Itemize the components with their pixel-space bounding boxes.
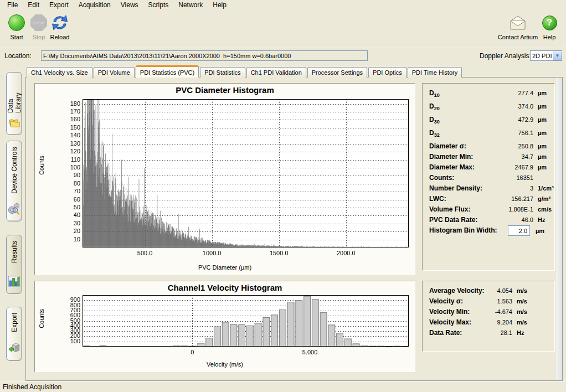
stat-label: D (429, 89, 434, 97)
status-bar: Finished Acquisition (0, 381, 566, 392)
stat-value: 34.7 (483, 153, 533, 160)
export-icon (8, 342, 20, 356)
location-label: Location: (4, 52, 32, 60)
tab-ch1-pdi-validation[interactable]: Ch1 PDI Validation (246, 67, 306, 78)
sidebar-item-export[interactable]: Export (6, 307, 22, 361)
tab-pdi-optics[interactable]: PDI Optics (368, 67, 407, 78)
velocity-histogram-plot (57, 289, 414, 361)
menu-views[interactable]: Views (116, 0, 143, 11)
stat-row: D20374.0µm (429, 102, 548, 116)
stat-value: 374.0 (483, 103, 533, 110)
help-icon: ? (542, 16, 557, 30)
stat-unit: µm (538, 116, 547, 123)
stat-unit: µm (538, 164, 547, 171)
pvc-histogram-plot (57, 97, 414, 263)
stat-row: Diameter Min:34.7µm (429, 153, 548, 163)
stat-label: Volume Flux: (429, 205, 470, 213)
stat-unit: m/s (517, 298, 527, 305)
tab-pdi-time-history[interactable]: PDI Time History (408, 67, 462, 78)
stat-unit: µm (538, 90, 547, 96)
doppler-analysis-label: Doppler Analysis: (480, 52, 531, 60)
stat-unit: Hz (517, 329, 524, 336)
stat-unit: Hz (538, 216, 545, 223)
menu-help[interactable]: Help (208, 0, 231, 11)
stat-row: D32756.1µm (429, 129, 548, 142)
stat-row: Number Density:31/cm³ (429, 184, 548, 195)
histogram-bin-width-input[interactable] (508, 225, 530, 236)
stat-unit: g/m³ (538, 195, 550, 202)
stat-row: Histogram Bin Width:µm (429, 226, 548, 240)
stat-value: 46.0 (483, 216, 533, 223)
status-text: Finished Acquisition (3, 383, 61, 391)
stat-row: Diameter Max:2467.9µm (429, 163, 548, 174)
contact-artium-button[interactable]: Contact Artium (497, 13, 538, 40)
stat-unit: µm (538, 130, 547, 136)
help-button[interactable]: ? Help (538, 13, 560, 40)
stat-value: 2467.9 (483, 164, 533, 171)
stat-unit: cm/s (538, 206, 552, 213)
stat-unit: m/s (517, 319, 527, 326)
stat-value: 1.808E-1 (483, 206, 533, 213)
stat-value: 156.217 (483, 195, 533, 202)
stat-label: D (429, 129, 434, 137)
stat-label-subscript: 10 (434, 92, 440, 98)
menu-scripts[interactable]: Scripts (143, 0, 174, 11)
tab-pdi-statistics-pvc[interactable]: PDI Statistics (PVC) (136, 65, 199, 78)
menu-edit[interactable]: Edit (23, 0, 44, 11)
menu-network[interactable]: Network (173, 0, 208, 11)
chevron-down-icon[interactable]: ▼ (553, 51, 562, 60)
stat-row: Volume Flux:1.808E-1cm/s (429, 205, 548, 216)
stat-label: D (429, 116, 434, 123)
tab-pdi-volume[interactable]: PDI Volume (94, 67, 135, 78)
sidebar-item-results[interactable]: Results (6, 235, 22, 294)
stat-label: Number Density: (429, 184, 482, 192)
stat-row: Velocity Max:9.204m/s (429, 318, 548, 329)
location-row: Location: Doppler Analysis: 2D PDI ▼ (0, 48, 566, 63)
folders-icon (8, 116, 21, 130)
contact-artium-label: Contact Artium (497, 34, 538, 40)
gears-icon (8, 202, 20, 216)
stat-unit: m/s (517, 287, 527, 294)
stat-row: Average Velocity:4.054m/s (429, 287, 548, 297)
stat-row: D10277.4µm (429, 89, 548, 102)
stat-row: Data Rate:28.1Hz (429, 329, 548, 339)
doppler-analysis-value: 2D PDI (531, 53, 553, 59)
menu-file[interactable]: File (2, 0, 23, 11)
menu-export[interactable]: Export (44, 0, 74, 11)
stat-label: Counts: (429, 174, 454, 182)
stat-value: 1.563 (462, 298, 512, 305)
y-axis-label: Counts (38, 309, 45, 328)
tab-processor-settings[interactable]: Processor Settings (307, 67, 367, 78)
stat-label: Diameter σ: (429, 142, 466, 150)
stat-label: D (429, 102, 434, 110)
menu-acquisition[interactable]: Acquisition (74, 0, 116, 11)
x-axis-label: PVC Diameter (µm) (35, 264, 415, 271)
help-button-label: Help (538, 34, 560, 40)
reload-button[interactable]: Reload (47, 13, 73, 40)
doppler-analysis-select[interactable]: 2D PDI ▼ (530, 50, 562, 61)
stat-label-subscript: 20 (434, 106, 440, 111)
start-icon (8, 14, 25, 31)
x-axis-label: Velocity (m/s) (35, 361, 415, 368)
stat-row: Velocity σ:1.563m/s (429, 297, 548, 308)
stat-value: 9.204 (462, 319, 512, 326)
stat-label: Histogram Bin Width: (429, 226, 497, 234)
envelope-icon (508, 14, 528, 31)
stat-row: Diameter σ:250.8µm (429, 142, 548, 153)
stat-label-subscript: 30 (434, 119, 440, 125)
sidebar-item-device-controls[interactable]: Device Controls (6, 141, 22, 221)
stat-value: 277.4 (483, 90, 533, 96)
stat-unit: m/s (517, 308, 527, 315)
stat-unit: µm (536, 228, 544, 234)
chart-title: PVC Diameter Histogram (35, 85, 415, 95)
stat-unit: µm (538, 143, 547, 149)
pvc-statistics-panel: D10277.4µmD20374.0µmD30472.9µmD32756.1µm… (422, 83, 555, 271)
toolbar: Start STOP Stop Reload Contact Artium ? (0, 11, 566, 46)
tab-pdi-statistics[interactable]: PDI Statistics (200, 67, 245, 78)
location-field[interactable] (41, 50, 368, 61)
stat-unit: 1/cm³ (538, 185, 554, 192)
panel-scrollbar[interactable] (556, 78, 562, 380)
sidebar-item-data-library[interactable]: Data Library (6, 72, 22, 135)
reload-button-label: Reload (47, 34, 73, 40)
tab-ch1-velocity-vs-size[interactable]: Ch1 Velocity vs. Size (27, 67, 92, 78)
